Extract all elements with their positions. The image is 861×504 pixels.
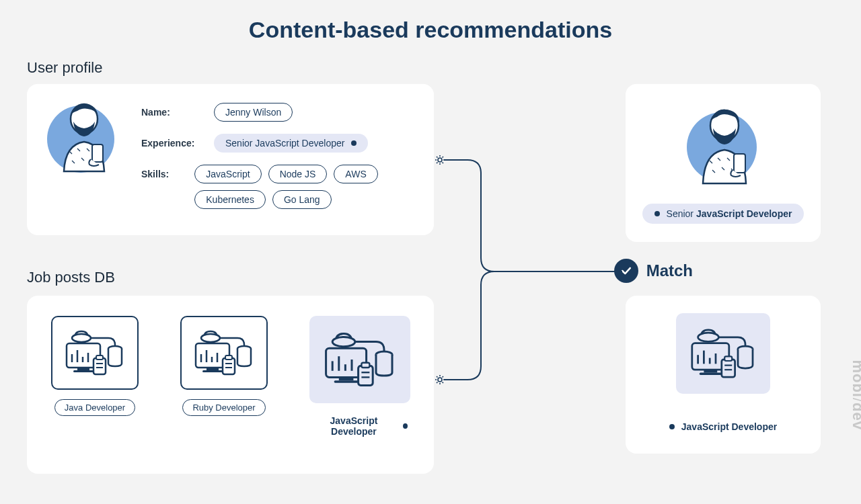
svg-rect-13 — [77, 368, 89, 370]
svg-point-72 — [438, 158, 442, 162]
svg-rect-9 — [92, 144, 103, 162]
svg-point-23 — [201, 334, 220, 342]
skill-pill: JavaScript — [194, 165, 261, 183]
experience-value: Senior JavaScript Developer — [214, 134, 368, 153]
skill-pill: Node JS — [268, 165, 328, 183]
server-monitor-icon — [676, 313, 770, 394]
svg-rect-63 — [700, 372, 722, 374]
svg-rect-39 — [338, 377, 353, 380]
svg-rect-14 — [73, 370, 93, 372]
match-badge: Match — [614, 259, 693, 283]
svg-rect-26 — [207, 368, 219, 370]
job-label: Java Developer — [54, 399, 135, 416]
highlight-dot-icon — [403, 423, 408, 429]
svg-point-73 — [438, 378, 442, 382]
skill-pill: AWS — [334, 165, 377, 183]
server-monitor-icon — [51, 316, 139, 390]
person-illustration-icon — [44, 97, 124, 178]
matched-job-label: JavaScript Developer — [657, 417, 789, 437]
server-monitor-icon — [309, 316, 410, 403]
svg-rect-68 — [722, 359, 735, 376]
server-monitor-icon — [180, 316, 268, 390]
svg-rect-62 — [704, 370, 717, 372]
svg-rect-46 — [361, 363, 369, 368]
skills-list: JavaScript Node JS AWS Kubernetes Go Lan… — [194, 165, 417, 209]
svg-rect-19 — [93, 358, 106, 374]
name-label: Name: — [141, 103, 202, 118]
svg-rect-69 — [724, 356, 732, 361]
highlight-dot-icon — [351, 140, 357, 146]
matched-job-card: JavaScript Developer — [626, 296, 821, 454]
person-illustration-icon — [683, 103, 763, 190]
matched-profile-role: Senior JavaScript Developer — [642, 204, 804, 224]
job-posts-card: Java Developer Ruby D — [27, 296, 434, 474]
job-label: Ruby Developer — [182, 399, 265, 416]
svg-rect-45 — [358, 366, 373, 386]
svg-point-36 — [332, 337, 355, 346]
page-title: Content-based recommendations — [0, 0, 861, 43]
job-item-highlighted: JavaScript Developer — [302, 316, 417, 439]
skill-pill: Kubernetes — [194, 190, 266, 209]
svg-rect-32 — [223, 358, 235, 374]
job-posts-heading: Job posts DB — [27, 269, 115, 286]
svg-rect-20 — [96, 355, 103, 360]
experience-label: Experience: — [141, 134, 202, 149]
svg-point-59 — [698, 333, 719, 341]
watermark: mobi/dev — [849, 360, 861, 430]
avatar — [44, 97, 124, 222]
svg-rect-40 — [334, 380, 358, 383]
job-item: Java Developer — [44, 316, 146, 416]
skills-label: Skills: — [141, 165, 182, 179]
check-circle-icon — [614, 259, 638, 283]
svg-point-10 — [72, 334, 91, 342]
user-profile-card: Name: Jenny Wilson Experience: Senior Ja… — [27, 84, 434, 235]
job-label-highlighted: JavaScript Developer — [302, 413, 417, 439]
highlight-dot-icon — [669, 424, 675, 429]
highlight-dot-icon — [654, 211, 660, 216]
skill-pill: Go Lang — [272, 190, 332, 209]
svg-rect-58 — [734, 154, 745, 173]
job-item: Ruby Developer — [173, 316, 275, 416]
match-label-text: Match — [646, 261, 693, 280]
svg-rect-27 — [202, 370, 223, 372]
user-profile-heading: User profile — [27, 59, 102, 77]
name-value: Jenny Wilson — [214, 103, 293, 122]
svg-rect-33 — [225, 355, 232, 360]
matched-profile-card: Senior JavaScript Developer — [626, 84, 821, 242]
